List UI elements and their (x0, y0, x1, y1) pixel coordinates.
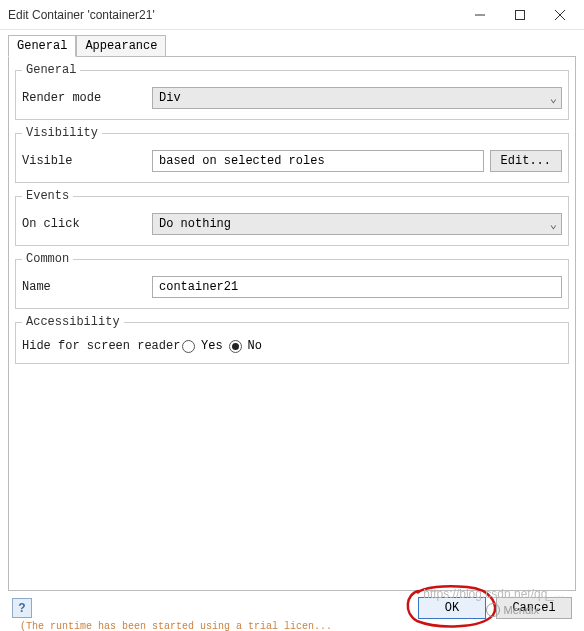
edit-visibility-button[interactable]: Edit... (490, 150, 562, 172)
visible-field[interactable]: based on selected roles (152, 150, 484, 172)
group-visibility-legend: Visibility (22, 126, 102, 140)
footer: ? OK Cancel (0, 597, 584, 619)
titlebar: Edit Container 'container21' (0, 0, 584, 30)
group-general-legend: General (22, 63, 80, 77)
cutoff-text: (The runtime has been started using a tr… (0, 621, 584, 631)
tabs: General Appearance (8, 35, 576, 57)
render-mode-select[interactable]: Div ⌄ (152, 87, 562, 109)
group-events-legend: Events (22, 189, 73, 203)
tab-general[interactable]: General (8, 35, 76, 57)
name-value: container21 (159, 280, 238, 294)
visible-value: based on selected roles (159, 154, 325, 168)
row-name: Name container21 (22, 276, 562, 298)
cancel-button[interactable]: Cancel (496, 597, 572, 619)
render-mode-value: Div (159, 91, 181, 105)
group-accessibility-legend: Accessibility (22, 315, 124, 329)
render-mode-label: Render mode (22, 91, 152, 105)
minimize-icon (475, 10, 485, 20)
group-common-legend: Common (22, 252, 73, 266)
hide-screen-reader-radios: Yes No (182, 339, 262, 353)
minimize-button[interactable] (460, 0, 500, 30)
row-on-click: On click Do nothing ⌄ (22, 213, 562, 235)
hide-screen-reader-label: Hide for screen reader (22, 339, 182, 353)
visible-label: Visible (22, 154, 152, 168)
window-title: Edit Container 'container21' (8, 8, 460, 22)
group-visibility: Visibility Visible based on selected rol… (15, 126, 569, 183)
group-events: Events On click Do nothing ⌄ (15, 189, 569, 246)
help-button[interactable]: ? (12, 598, 32, 618)
tab-appearance[interactable]: Appearance (76, 35, 166, 57)
row-hide-screen-reader: Hide for screen reader Yes No (22, 339, 562, 353)
name-input[interactable]: container21 (152, 276, 562, 298)
on-click-value: Do nothing (159, 217, 231, 231)
chevron-down-icon: ⌄ (550, 91, 557, 106)
svg-rect-1 (516, 10, 525, 19)
radio-yes[interactable] (182, 340, 195, 353)
row-render-mode: Render mode Div ⌄ (22, 87, 562, 109)
on-click-select[interactable]: Do nothing ⌄ (152, 213, 562, 235)
name-label: Name (22, 280, 152, 294)
close-button[interactable] (540, 0, 580, 30)
row-visible: Visible based on selected roles Edit... (22, 150, 562, 172)
radio-yes-label: Yes (201, 339, 223, 353)
group-accessibility: Accessibility Hide for screen reader Yes… (15, 315, 569, 364)
chevron-down-icon: ⌄ (550, 217, 557, 232)
ok-wrap: OK (418, 597, 486, 619)
close-icon (555, 10, 565, 20)
radio-no[interactable] (229, 340, 242, 353)
radio-no-label: No (248, 339, 262, 353)
help-icon: ? (18, 601, 25, 615)
content: General Appearance General Render mode D… (0, 30, 584, 591)
on-click-label: On click (22, 217, 152, 231)
ok-button[interactable]: OK (418, 597, 486, 619)
group-general: General Render mode Div ⌄ (15, 63, 569, 120)
maximize-icon (515, 10, 525, 20)
maximize-button[interactable] (500, 0, 540, 30)
group-common: Common Name container21 (15, 252, 569, 309)
tab-page-general: General Render mode Div ⌄ Visibility Vis… (8, 56, 576, 591)
